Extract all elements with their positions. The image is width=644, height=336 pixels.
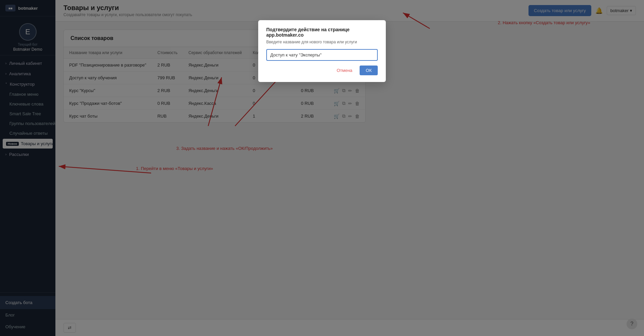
modal-domain: app.botmaker.co xyxy=(266,32,304,38)
product-name-input[interactable] xyxy=(266,49,378,61)
modal-title: Подтвердите действие на странице app.bot… xyxy=(266,27,378,38)
modal-subtitle: Введите название для нового товара или у… xyxy=(266,40,378,44)
modal-title-prefix: Подтвердите действие на странице xyxy=(266,27,350,32)
cancel-button[interactable]: Отмена xyxy=(333,66,357,75)
modal-overlay: Подтвердите действие на странице app.bot… xyxy=(0,0,644,336)
modal-dialog: Подтвердите действие на странице app.bot… xyxy=(258,20,386,82)
modal-actions: Отмена ОК xyxy=(266,66,378,75)
ok-button[interactable]: ОК xyxy=(360,66,378,75)
